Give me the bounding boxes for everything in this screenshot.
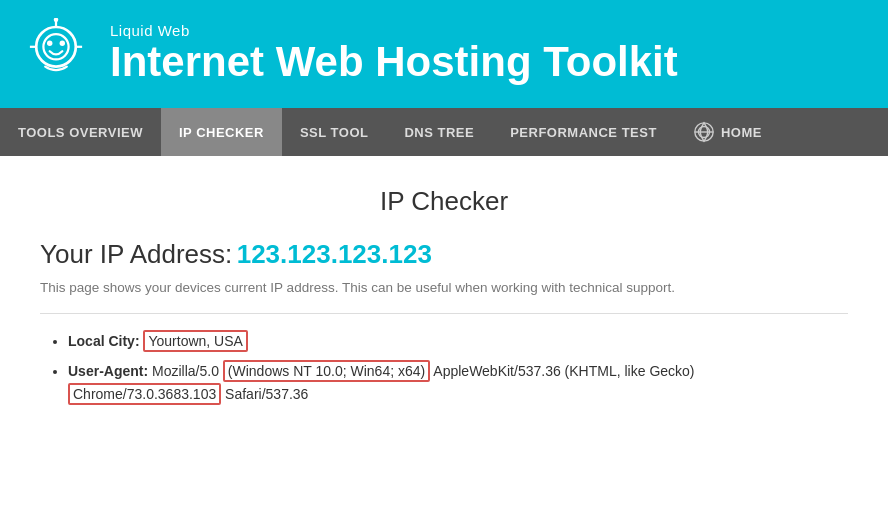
nav-ssl-tool[interactable]: SSL TOOL: [282, 108, 387, 156]
logo-icon: [20, 18, 92, 90]
svg-point-3: [60, 41, 65, 46]
user-agent-item: User-Agent: Mozilla/5.0 (Windows NT 10.0…: [68, 360, 848, 405]
home-icon: [693, 121, 715, 143]
header-title: Internet Web Hosting Toolkit: [110, 39, 678, 85]
nav-dns-tree[interactable]: DNS TREE: [386, 108, 492, 156]
svg-point-1: [43, 34, 68, 59]
header: Liquid Web Internet Web Hosting Toolkit: [0, 0, 888, 108]
svg-point-0: [36, 27, 76, 67]
ip-section: Your IP Address: 123.123.123.123: [40, 239, 848, 270]
ip-label: Your IP Address:: [40, 239, 232, 269]
user-agent-middle: AppleWebKit/537.36 (KHTML, like Gecko): [430, 363, 694, 379]
nav-tools-overview[interactable]: TOOLS OVERVIEW: [0, 108, 161, 156]
header-brand: Liquid Web: [110, 22, 678, 39]
ip-address-value: 123.123.123.123: [237, 239, 432, 269]
user-agent-prefix: Mozilla/5.0: [152, 363, 223, 379]
nav-performance-test[interactable]: PERFORMANCE TEST: [492, 108, 675, 156]
navigation: TOOLS OVERVIEW IP CHECKER SSL TOOL DNS T…: [0, 108, 888, 156]
svg-point-5: [54, 18, 59, 22]
header-text: Liquid Web Internet Web Hosting Toolkit: [110, 22, 678, 85]
local-city-value: Yourtown, USA: [143, 330, 247, 352]
nav-home[interactable]: HOME: [675, 108, 780, 156]
page-title: IP Checker: [40, 186, 848, 217]
svg-point-2: [47, 41, 52, 46]
main-content: IP Checker Your IP Address: 123.123.123.…: [0, 156, 888, 443]
info-list: Local City: Yourtown, USA User-Agent: Mo…: [40, 330, 848, 405]
nav-home-label: HOME: [721, 125, 762, 140]
divider: [40, 313, 848, 314]
local-city-item: Local City: Yourtown, USA: [68, 330, 848, 352]
nav-ip-checker[interactable]: IP CHECKER: [161, 108, 282, 156]
user-agent-label: User-Agent:: [68, 363, 148, 379]
user-agent-highlighted2: Chrome/73.0.3683.103: [68, 383, 221, 405]
local-city-label: Local City:: [68, 333, 140, 349]
user-agent-suffix: Safari/537.36: [221, 386, 308, 402]
ip-description: This page shows your devices current IP …: [40, 280, 848, 295]
user-agent-highlighted1: (Windows NT 10.0; Win64; x64): [223, 360, 430, 382]
